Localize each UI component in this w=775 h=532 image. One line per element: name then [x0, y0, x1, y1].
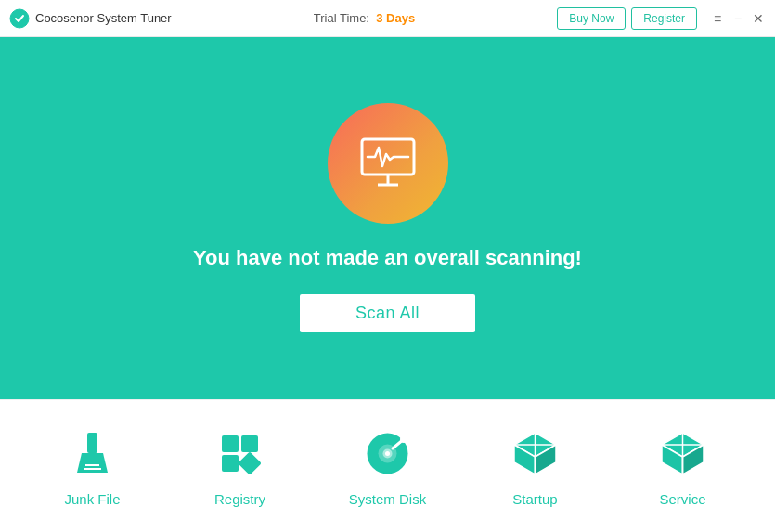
register-button[interactable]: Register	[631, 7, 697, 30]
svg-rect-8	[222, 435, 239, 452]
hero-message: You have not made an overall scanning!	[193, 246, 582, 270]
svg-point-0	[10, 9, 29, 28]
svg-rect-10	[222, 455, 239, 472]
svg-rect-11	[238, 451, 261, 474]
hero-section: You have not made an overall scanning! S…	[0, 37, 775, 399]
svg-rect-4	[87, 433, 97, 453]
bottom-toolbar: Junk File Registry	[0, 399, 775, 532]
app-logo-icon	[9, 8, 30, 29]
startup-label: Startup	[512, 491, 557, 507]
junk-file-icon	[65, 426, 121, 482]
minimize-button[interactable]: −	[730, 11, 745, 26]
startup-icon	[508, 426, 563, 482]
trial-info: Trial Time: 3 Days	[172, 11, 558, 25]
scan-all-button[interactable]: Scan All	[298, 292, 477, 334]
trial-label: Trial Time:	[314, 11, 369, 25]
trial-days: 3 Days	[376, 11, 415, 25]
service-label: Service	[659, 491, 705, 507]
system-disk-icon	[360, 426, 416, 482]
system-disk-label: System Disk	[349, 491, 426, 507]
hero-icon-circle	[328, 103, 448, 224]
titlebar: Cocosenor System Tuner Trial Time: 3 Day…	[0, 0, 775, 37]
app-logo: Cocosenor System Tuner	[9, 8, 172, 29]
tool-junk-file[interactable]: Junk File	[37, 426, 149, 507]
tool-system-disk[interactable]: System Disk	[332, 426, 444, 507]
buy-now-button[interactable]: Buy Now	[557, 7, 626, 30]
svg-rect-9	[241, 435, 258, 452]
tool-startup[interactable]: Startup	[480, 426, 591, 507]
tool-registry[interactable]: Registry	[185, 426, 296, 507]
close-button[interactable]: ✕	[751, 11, 766, 26]
junk-file-label: Junk File	[64, 491, 120, 507]
app-title: Cocosenor System Tuner	[35, 11, 172, 25]
service-icon	[655, 426, 711, 482]
registry-label: Registry	[214, 491, 265, 507]
svg-point-15	[385, 451, 390, 456]
svg-point-17	[400, 435, 407, 443]
registry-icon	[213, 426, 268, 482]
window-controls: ≡ − ✕	[710, 11, 766, 26]
tool-service[interactable]: Service	[627, 426, 739, 507]
monitor-icon	[351, 126, 425, 201]
title-actions: Buy Now Register ≡ − ✕	[557, 7, 766, 30]
menu-button[interactable]: ≡	[710, 11, 725, 26]
